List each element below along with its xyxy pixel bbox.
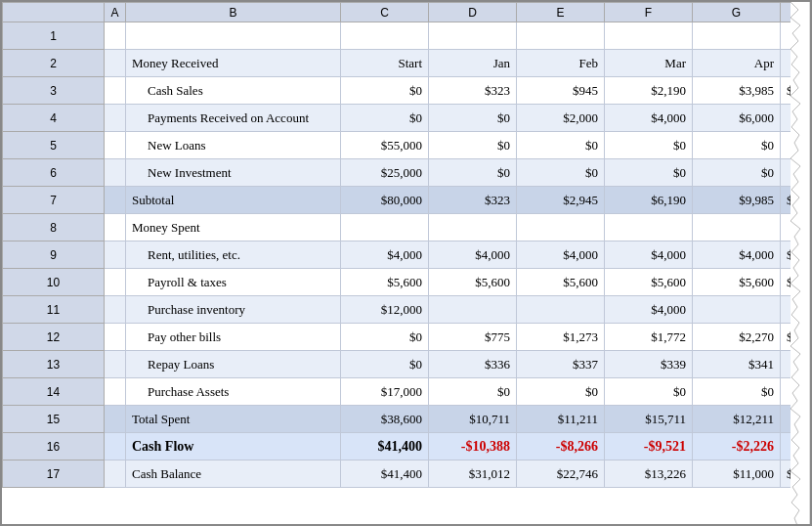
cell-17c[interactable]: $41,400 xyxy=(341,460,429,488)
col-header-c[interactable]: C xyxy=(341,3,429,22)
cell-17a[interactable] xyxy=(105,460,126,488)
cell-13b[interactable]: Repay Loans xyxy=(126,351,341,378)
cell-14d[interactable]: $0 xyxy=(429,378,517,406)
cell-13c[interactable]: $0 xyxy=(341,351,429,378)
cell-1d[interactable] xyxy=(429,22,517,50)
cell-8f[interactable] xyxy=(605,214,693,241)
cell-10a[interactable] xyxy=(105,269,126,296)
cell-3e[interactable]: $945 xyxy=(517,77,605,105)
cell-2c[interactable]: Start xyxy=(341,50,429,77)
cell-10d[interactable]: $5,600 xyxy=(429,269,517,296)
cell-10g[interactable]: $5,600 xyxy=(693,269,781,296)
cell-1e[interactable] xyxy=(517,22,605,50)
cell-10b[interactable]: Payroll & taxes xyxy=(126,269,341,296)
cell-3f[interactable]: $2,190 xyxy=(605,77,693,105)
cell-17g[interactable]: $11,000 xyxy=(693,460,781,488)
cell-6f[interactable]: $0 xyxy=(605,159,693,187)
cell-1f[interactable] xyxy=(605,22,693,50)
cell-14b[interactable]: Purchase Assets xyxy=(126,378,341,406)
cell-7e[interactable]: $2,945 xyxy=(517,187,605,214)
cell-15g[interactable]: $12,211 xyxy=(693,406,781,433)
cell-13a[interactable] xyxy=(105,351,126,378)
cell-3g[interactable]: $3,985 xyxy=(693,77,781,105)
cell-11f[interactable]: $4,000 xyxy=(605,296,693,324)
cell-10c[interactable]: $5,600 xyxy=(341,269,429,296)
cell-9g[interactable]: $4,000 xyxy=(693,241,781,269)
cell-12f[interactable]: $1,772 xyxy=(605,324,693,351)
cell-4a[interactable] xyxy=(105,105,126,132)
cell-16b[interactable]: Cash Flow xyxy=(126,433,341,460)
cell-9e[interactable]: $4,000 xyxy=(517,241,605,269)
cell-11g[interactable] xyxy=(693,296,781,324)
cell-2b[interactable]: Money Received xyxy=(126,50,341,77)
cell-7g[interactable]: $9,985 xyxy=(693,187,781,214)
cell-8d[interactable] xyxy=(429,214,517,241)
cell-12e[interactable]: $1,273 xyxy=(517,324,605,351)
cell-16g[interactable]: -$2,226 xyxy=(693,433,781,460)
cell-12g[interactable]: $2,270 xyxy=(693,324,781,351)
cell-16f[interactable]: -$9,521 xyxy=(605,433,693,460)
cell-9b[interactable]: Rent, utilities, etc. xyxy=(126,241,341,269)
cell-9a[interactable] xyxy=(105,241,126,269)
cell-7c[interactable]: $80,000 xyxy=(341,187,429,214)
cell-13d[interactable]: $336 xyxy=(429,351,517,378)
cell-5e[interactable]: $0 xyxy=(517,132,605,159)
cell-15a[interactable] xyxy=(105,406,126,433)
cell-6d[interactable]: $0 xyxy=(429,159,517,187)
cell-2a[interactable] xyxy=(105,50,126,77)
cell-3b[interactable]: Cash Sales xyxy=(126,77,341,105)
col-header-d[interactable]: D xyxy=(429,3,517,22)
cell-8b[interactable]: Money Spent xyxy=(126,214,341,241)
cell-14f[interactable]: $0 xyxy=(605,378,693,406)
cell-9c[interactable]: $4,000 xyxy=(341,241,429,269)
cell-9d[interactable]: $4,000 xyxy=(429,241,517,269)
cell-7f[interactable]: $6,190 xyxy=(605,187,693,214)
cell-5f[interactable]: $0 xyxy=(605,132,693,159)
cell-15e[interactable]: $11,211 xyxy=(517,406,605,433)
cell-12d[interactable]: $775 xyxy=(429,324,517,351)
cell-1a[interactable] xyxy=(105,22,126,50)
cell-11a[interactable] xyxy=(105,296,126,324)
cell-4b[interactable]: Payments Received on Account xyxy=(126,105,341,132)
cell-6g[interactable]: $0 xyxy=(693,159,781,187)
cell-7a[interactable] xyxy=(105,187,126,214)
cell-1c[interactable] xyxy=(341,22,429,50)
cell-13e[interactable]: $337 xyxy=(517,351,605,378)
cell-4g[interactable]: $6,000 xyxy=(693,105,781,132)
cell-3c[interactable]: $0 xyxy=(341,77,429,105)
cell-17b[interactable]: Cash Balance xyxy=(126,460,341,488)
cell-9f[interactable]: $4,000 xyxy=(605,241,693,269)
cell-14c[interactable]: $17,000 xyxy=(341,378,429,406)
cell-4c[interactable]: $0 xyxy=(341,105,429,132)
cell-5d[interactable]: $0 xyxy=(429,132,517,159)
cell-12b[interactable]: Pay other bills xyxy=(126,324,341,351)
cell-4e[interactable]: $2,000 xyxy=(517,105,605,132)
cell-16a[interactable] xyxy=(105,433,126,460)
cell-6c[interactable]: $25,000 xyxy=(341,159,429,187)
cell-15b[interactable]: Total Spent xyxy=(126,406,341,433)
cell-17d[interactable]: $31,012 xyxy=(429,460,517,488)
cell-4d[interactable]: $0 xyxy=(429,105,517,132)
cell-8e[interactable] xyxy=(517,214,605,241)
col-header-a[interactable]: A xyxy=(105,3,126,22)
cell-16e[interactable]: -$8,266 xyxy=(517,433,605,460)
cell-1g[interactable] xyxy=(693,22,781,50)
cell-5b[interactable]: New Loans xyxy=(126,132,341,159)
cell-14a[interactable] xyxy=(105,378,126,406)
cell-2f[interactable]: Mar xyxy=(605,50,693,77)
cell-7b[interactable]: Subtotal xyxy=(126,187,341,214)
cell-12c[interactable]: $0 xyxy=(341,324,429,351)
cell-8c[interactable] xyxy=(341,214,429,241)
cell-3d[interactable]: $323 xyxy=(429,77,517,105)
col-header-g[interactable]: G xyxy=(693,3,781,22)
cell-15f[interactable]: $15,711 xyxy=(605,406,693,433)
cell-1b[interactable] xyxy=(126,22,341,50)
col-header-b[interactable]: B xyxy=(126,3,341,22)
cell-6a[interactable] xyxy=(105,159,126,187)
cell-2g[interactable]: Apr xyxy=(693,50,781,77)
cell-3a[interactable] xyxy=(105,77,126,105)
cell-16d[interactable]: -$10,388 xyxy=(429,433,517,460)
cell-11b[interactable]: Purchase inventory xyxy=(126,296,341,324)
cell-5a[interactable] xyxy=(105,132,126,159)
cell-12a[interactable] xyxy=(105,324,126,351)
